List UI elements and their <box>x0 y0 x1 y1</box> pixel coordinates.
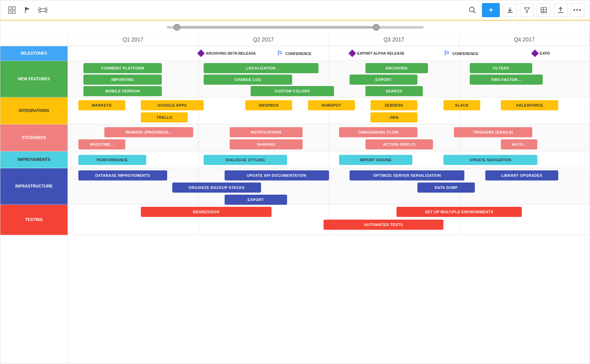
svg-rect-2 <box>8 11 11 13</box>
item-investment[interactable]: INVESTME... <box>78 139 125 149</box>
item-notifications[interactable]: NOTIFICATIONS <box>230 127 303 137</box>
item-optimize-server[interactable]: OPTIMIZE SERVER SERIALIZATION <box>350 170 464 180</box>
item-importing[interactable]: IMPORTING <box>83 75 162 85</box>
slider-thumb-left[interactable] <box>174 24 180 31</box>
row-milestones: ARCHIVING BETA RELEASE 🏳 CONFERENCE EXPO… <box>68 46 590 61</box>
quarter-q1: Q1 2017 <box>68 34 198 46</box>
svg-line-13 <box>474 11 476 13</box>
item-salesforce[interactable]: SALESFORCE <box>501 100 558 110</box>
label-infrastructure: INFRASTRUCTURE <box>0 168 68 205</box>
add-icon: + <box>489 6 493 15</box>
milestone-archiving-beta[interactable]: ARCHIVING BETA RELEASE <box>198 51 256 56</box>
slider-area <box>0 21 590 34</box>
milestone-expo[interactable]: EXPO <box>532 51 550 56</box>
flag-toolbar-icon[interactable] <box>21 4 33 16</box>
row-infrastructure: DATABASE IMPROVEMENTS UPDATE API DOCUMEN… <box>68 168 590 205</box>
table-icon[interactable] <box>537 3 550 17</box>
label-integrations: INTEGRATIONS <box>0 97 68 124</box>
share-icon[interactable] <box>554 3 567 17</box>
svg-point-7 <box>39 10 41 12</box>
item-slack[interactable]: SLACK <box>443 100 480 110</box>
item-hubspot[interactable]: HUBSPOT <box>308 100 355 110</box>
item-dialogue-styling[interactable]: DIALOGUE STYLING <box>204 155 287 165</box>
item-update-api[interactable]: UPDATE API DOCUMENTATION <box>225 170 329 180</box>
item-marketo[interactable]: MARKETO <box>78 100 125 110</box>
item-dropbox[interactable]: DROPBOX <box>245 100 292 110</box>
toolbar: + <box>0 0 590 21</box>
row-new-features: COMMENT PLATFORM LOCALIZATION ARCHIVING … <box>68 61 590 97</box>
timeline-slider[interactable] <box>167 26 424 29</box>
svg-rect-0 <box>8 7 11 9</box>
item-archiving[interactable]: ARCHIVING <box>365 63 428 73</box>
item-regression[interactable]: REGRESSION <box>141 207 271 217</box>
row-improvements: PERFORMANCE DIALOGUE STYLING IMPORT ENGI… <box>68 151 590 168</box>
svg-marker-16 <box>524 8 530 12</box>
svg-rect-1 <box>12 7 15 9</box>
item-update-navigation[interactable]: UPDATE NAVIGATION <box>443 155 537 165</box>
toolbar-right: + <box>466 3 584 17</box>
quarters: Q1 2017 Q2 2017 Q3 2017 Q4 2017 <box>68 34 590 46</box>
item-auto[interactable]: AUTO... <box>501 139 537 149</box>
row-testing: REGRESSION SET UP MULTIPLE ENVIRONMENTS … <box>68 205 590 235</box>
label-new-features: NEW FEATURES <box>0 61 68 97</box>
item-action-reply[interactable]: ACTION (REPLY) <box>365 139 433 149</box>
row-stickiness: REWARD (PROGRESS... NOTIFICATIONS ONBOAR… <box>68 124 590 151</box>
item-database-improvements[interactable]: DATABASE IMPROVEMENTS <box>78 170 167 180</box>
quarter-q3: Q3 2017 <box>329 34 459 46</box>
item-trello[interactable]: TRELLO <box>141 112 188 122</box>
item-library-upgrades[interactable]: LIBRARY UPGRADES <box>485 170 558 180</box>
item-export-nf[interactable]: EXPORT <box>350 75 417 85</box>
label-improvements: IMPROVEMENTS <box>0 151 68 168</box>
label-stickiness: STICKINESS <box>0 124 68 151</box>
svg-point-9 <box>45 10 47 12</box>
connections-icon[interactable] <box>37 4 49 16</box>
item-setup-multiple[interactable]: SET UP MULTIPLE ENVIRONMENTS <box>396 207 522 217</box>
item-change-log[interactable]: CHANGE LOG <box>204 75 292 85</box>
item-comment-platform[interactable]: COMMENT PLATFORM <box>83 63 162 73</box>
row-labels: MILESTONES NEW FEATURES INTEGRATIONS STI… <box>0 46 68 364</box>
grid-icon[interactable] <box>6 4 18 16</box>
milestone-conference-1[interactable]: 🏳 CONFERENCE <box>277 50 311 57</box>
add-button[interactable]: + <box>482 3 500 17</box>
svg-rect-3 <box>12 11 15 13</box>
item-triggers[interactable]: TRIGGERS (EMAILS) <box>454 127 532 137</box>
item-jira[interactable]: JIRA <box>370 112 417 122</box>
svg-rect-17 <box>541 7 546 13</box>
milestone-export-alpha[interactable]: EXPORT ALPHA RELEASE <box>350 51 404 56</box>
item-sharing[interactable]: SHARING <box>230 139 303 149</box>
timeline-grid: ARCHIVING BETA RELEASE 🏳 CONFERENCE EXPO… <box>68 46 590 364</box>
row-integrations: MARKETO GOOGLE APPS DROPBOX HUBSPOT ZEND… <box>68 97 590 124</box>
slider-thumb-right[interactable] <box>373 24 380 31</box>
item-mobile-version[interactable]: MOBILE VERSION <box>83 86 162 96</box>
search-icon[interactable] <box>466 4 479 16</box>
quarter-headers: Q1 2017 Q2 2017 Q3 2017 Q4 2017 <box>0 34 590 46</box>
item-export-infra[interactable]: EXPORT <box>225 195 287 205</box>
item-zendesk[interactable]: ZENDESK <box>370 100 417 110</box>
item-data-dump[interactable]: DATA DUMP <box>417 183 475 193</box>
label-spacer <box>0 34 68 46</box>
item-custom-colors[interactable]: CUSTOM COLORS <box>251 86 334 96</box>
item-onboarding[interactable]: ONBOARDING FLOW <box>339 127 417 137</box>
item-import-engine[interactable]: IMPORT ENGINE <box>339 155 412 165</box>
svg-point-8 <box>45 8 47 10</box>
filter-icon[interactable] <box>520 3 534 17</box>
item-google-apps[interactable]: GOOGLE APPS <box>141 100 203 110</box>
item-automated-tests[interactable]: AUTOMATED TESTS <box>324 220 443 230</box>
item-reward[interactable]: REWARD (PROGRESS... <box>104 127 193 137</box>
item-organize-backup[interactable]: ORGANIZE BACKUP STACKS <box>172 183 261 193</box>
milestone-conference-2[interactable]: 🏳 CONFERENCE <box>443 50 478 57</box>
download-icon[interactable] <box>503 3 517 17</box>
quarter-q4: Q4 2017 <box>459 34 590 46</box>
item-search[interactable]: SEARCH <box>365 86 423 96</box>
label-testing: TESTING <box>0 205 68 235</box>
more-icon[interactable]: ••• <box>571 3 584 17</box>
quarter-q2: Q2 2017 <box>198 34 329 46</box>
toolbar-left <box>6 4 462 16</box>
item-localization[interactable]: LOCALIZATION <box>204 63 318 73</box>
item-performance[interactable]: PERFORMANCE <box>78 155 146 165</box>
item-two-factor[interactable]: TWO-FACTOR... <box>470 75 543 85</box>
item-filters[interactable]: FILTERS <box>470 63 532 73</box>
svg-point-6 <box>39 8 41 10</box>
svg-marker-5 <box>25 7 30 10</box>
main-content: MILESTONES NEW FEATURES INTEGRATIONS STI… <box>0 46 590 364</box>
